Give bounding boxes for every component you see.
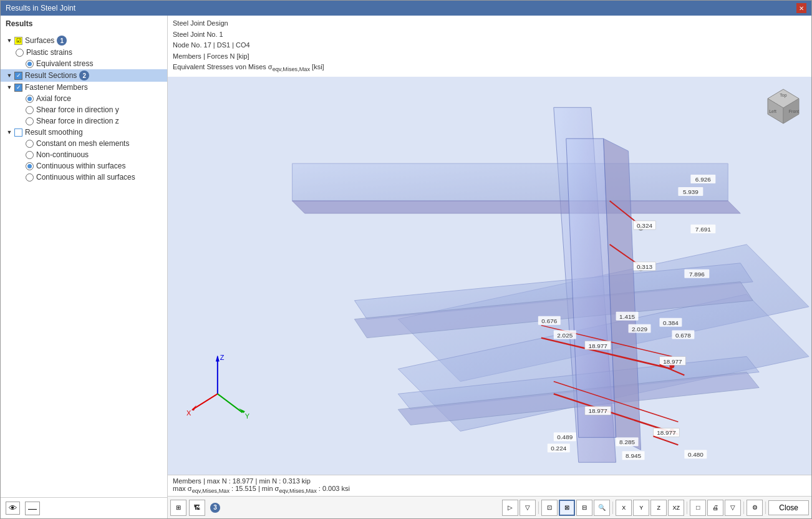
svg-marker-10 (292, 201, 741, 213)
plastic-strains-label: Plastic strains (26, 48, 72, 57)
tree-item-fastener-members[interactable]: ▼ ✓ Fastener Members (1, 82, 167, 93)
tree-item-continuous-within[interactable]: Continuous within surfaces (1, 160, 167, 172)
svg-text:8.945: 8.945 (626, 452, 641, 459)
tree-item-shear-y[interactable]: Shear force in direction y (1, 104, 167, 115)
shear-z-label: Shear force in direction z (36, 117, 119, 125)
axis-btn-xz[interactable]: XZ (668, 500, 684, 516)
window-close-button[interactable]: ✕ (796, 3, 806, 13)
svg-text:0.384: 0.384 (663, 319, 679, 326)
surfaces-label: Surfaces (25, 36, 54, 45)
cube-navigator[interactable]: Top Left Front (761, 83, 805, 127)
radio-constant-mesh[interactable] (26, 140, 34, 148)
separator4 (743, 502, 744, 514)
separator1 (538, 502, 539, 514)
non-continuous-label: Non-continuous (36, 150, 89, 159)
bottom-toolbar: ⊞ 🏗 3 ▷ ▽ ⊡ ⊠ ⊟ 🔍 (168, 496, 811, 518)
grid-button[interactable]: ⊞ (170, 500, 186, 516)
tree-item-plastic-strains[interactable]: Plastic strains (1, 47, 167, 58)
left-panel: Results ▼ ☑ Surfaces 1 Plastic strains (1, 16, 168, 518)
info-line1: Steel Joint Design (173, 18, 806, 29)
main-content: Results ▼ ☑ Surfaces 1 Plastic strains (1, 16, 811, 518)
canvas-area: Top Left Front (168, 77, 811, 475)
tree-item-result-smoothing[interactable]: ▼ Result smoothing (1, 127, 167, 138)
svg-text:0.676: 0.676 (541, 318, 557, 324)
tree-item-axial-force[interactable]: Axial force (1, 93, 167, 104)
info-line2: Steel Joint No. 1 (173, 29, 806, 41)
view-btn2-active[interactable]: ⊠ (559, 500, 575, 516)
tree-item-equiv-stress[interactable]: Equivalent stress (1, 58, 167, 69)
radio-shear-y[interactable] (26, 106, 34, 114)
info-line5: Equivalent Stresses von Mises σeqv,Mises… (173, 62, 806, 74)
model-icon: 🏗 (194, 504, 200, 511)
bottom-badge: 3 (210, 503, 220, 513)
svg-marker-74 (216, 356, 220, 362)
title-bar: Results in Steel Joint ✕ (1, 1, 811, 16)
tree-item-continuous-all[interactable]: Continuous within all surfaces (1, 172, 167, 183)
svg-text:Front: Front (789, 109, 799, 114)
result-sections-label: Result Sections (25, 71, 77, 80)
svg-text:18.977: 18.977 (588, 342, 607, 349)
close-button[interactable]: Close (768, 500, 809, 515)
window-title: Results in Steel Joint (6, 4, 75, 12)
eye-button[interactable]: 👁 (6, 502, 20, 515)
toolbar-left: ⊞ 🏗 3 (170, 500, 220, 516)
expand-fastener: ▼ (6, 84, 13, 91)
shear-y-label: Shear force in direction y (36, 105, 119, 114)
svg-text:0.324: 0.324 (637, 222, 652, 229)
viewport-area: Steel Joint Design Steel Joint No. 1 Nod… (168, 16, 811, 518)
main-window: Results in Steel Joint ✕ Results ▼ ☑ Sur… (0, 0, 812, 519)
radio-plastic-strains[interactable] (16, 49, 24, 57)
print-btn[interactable]: 🖨 (707, 500, 723, 516)
continuous-within-label: Continuous within surfaces (36, 162, 125, 170)
view-btn1[interactable]: ⊡ (541, 500, 558, 516)
radio-shear-z[interactable] (26, 117, 34, 125)
view-btn3[interactable]: ⊟ (576, 500, 592, 516)
svg-text:18.977: 18.977 (657, 430, 676, 437)
display-btn1[interactable]: □ (690, 500, 706, 516)
toolbar-right: ▷ ▽ ⊡ ⊠ ⊟ 🔍 X Y Z XZ □ 🖨 ▽ (502, 500, 809, 516)
tree-item-result-sections[interactable]: ▼ ✓ Result Sections 2 (1, 69, 167, 82)
axis-btn-z[interactable]: Z (650, 500, 667, 516)
result-smoothing-label: Result smoothing (25, 128, 83, 137)
model-button[interactable]: 🏗 (189, 500, 205, 516)
grid-icon: ⊞ (176, 504, 181, 511)
svg-text:Top: Top (780, 93, 786, 98)
view-btn4[interactable]: 🔍 (594, 500, 610, 516)
tree-item-surfaces[interactable]: ▼ ☑ Surfaces 1 (1, 34, 167, 47)
separator2 (612, 502, 613, 514)
axis-btn-y[interactable]: Y (633, 500, 649, 516)
svg-text:Z: Z (220, 354, 225, 361)
checkbox-result-sections[interactable]: ✓ (14, 72, 22, 80)
line-button[interactable]: — (25, 502, 40, 515)
svg-text:8.285: 8.285 (619, 439, 635, 445)
svg-marker-9 (292, 163, 728, 201)
axis-btn-x[interactable]: X (616, 500, 632, 516)
radio-equiv-stress[interactable] (26, 60, 34, 68)
radio-non-continuous[interactable] (26, 151, 34, 159)
settings-btn[interactable]: ⚙ (747, 500, 763, 516)
expand-smoothing: ▼ (6, 129, 13, 136)
svg-text:7.691: 7.691 (695, 226, 711, 233)
tree-item-non-continuous[interactable]: Non-continuous (1, 149, 167, 160)
radio-continuous-within[interactable] (26, 162, 34, 170)
checkbox-fastener[interactable]: ✓ (14, 84, 22, 92)
fastener-label: Fastener Members (25, 83, 88, 92)
separator3 (687, 502, 687, 514)
radio-axial-force[interactable] (26, 95, 34, 103)
tree-item-constant-mesh[interactable]: Constant on mesh elements (1, 138, 167, 149)
checkbox-surfaces[interactable]: ☑ (14, 37, 22, 45)
print-dropdown[interactable]: ▽ (725, 500, 741, 516)
svg-text:0.678: 0.678 (675, 332, 691, 339)
surfaces-badge: 1 (57, 36, 67, 46)
radio-continuous-all[interactable] (26, 173, 34, 182)
tree-container: ▼ ☑ Surfaces 1 Plastic strains Equivalen… (1, 32, 167, 497)
info-line3: Node No. 17 | DS1 | CO4 (173, 40, 806, 51)
continuous-all-label: Continuous within all surfaces (36, 173, 135, 182)
axial-force-label: Axial force (36, 94, 71, 103)
checkbox-smoothing[interactable] (14, 129, 22, 137)
separator5 (765, 502, 766, 514)
select-button[interactable]: ▷ (502, 500, 518, 516)
eye-icon: 👁 (9, 503, 17, 513)
tree-item-shear-z[interactable]: Shear force in direction z (1, 115, 167, 127)
dropdown-btn1[interactable]: ▽ (520, 500, 536, 516)
